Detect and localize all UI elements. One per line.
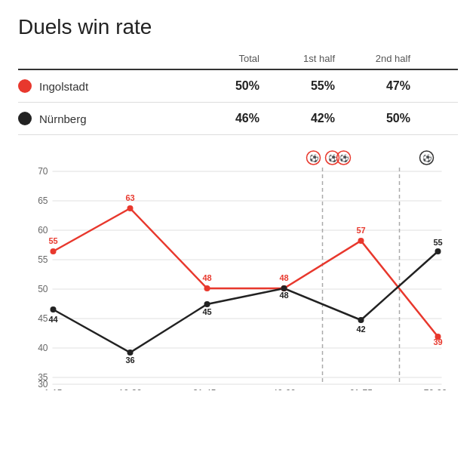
black-dot-6 (435, 248, 441, 254)
nurnberg-first: 42% (259, 112, 335, 125)
black-dot-5 (358, 317, 364, 323)
ingolstadt-second: 47% (335, 79, 410, 93)
svg-text:⚽: ⚽ (328, 153, 338, 163)
svg-text:48: 48 (279, 273, 288, 282)
svg-text:55: 55 (433, 238, 442, 247)
svg-text:70: 70 (38, 166, 48, 177)
svg-text:55: 55 (38, 254, 48, 265)
ingolstadt-total: 50% (184, 79, 259, 93)
svg-text:39: 39 (433, 337, 442, 346)
col-team (18, 53, 184, 64)
red-dot-5 (358, 238, 364, 244)
stats-table: Total 1st half 2nd half Ingolstadt 50% 5… (18, 53, 458, 135)
ingolstadt-first: 55% (259, 79, 335, 93)
col-first-half: 1st half (259, 53, 335, 64)
team-ingolstadt: Ingolstadt (18, 79, 184, 93)
nurnberg-dot (18, 112, 32, 125)
svg-text:48: 48 (202, 273, 211, 282)
svg-text:76-90+: 76-90+ (424, 388, 453, 390)
svg-text:61-75: 61-75 (349, 388, 373, 390)
col-second-half: 2nd half (335, 53, 410, 64)
nurnberg-second: 50% (335, 112, 410, 125)
svg-text:60: 60 (38, 225, 48, 236)
svg-text:1-15: 1-15 (44, 388, 62, 390)
black-dot-1 (51, 306, 57, 313)
svg-text:16-30: 16-30 (118, 388, 142, 390)
red-line (54, 208, 438, 337)
ingolstadt-name: Ingolstadt (39, 80, 88, 93)
ingolstadt-dot (18, 79, 32, 93)
nurnberg-name: Nürnberg (39, 112, 87, 125)
svg-text:45: 45 (38, 313, 48, 324)
line-chart: 70 65 60 55 50 45 40 35 30 1-15 16-30 31… (18, 149, 458, 393)
svg-text:57: 57 (356, 226, 365, 235)
black-line (54, 251, 438, 353)
svg-text:65: 65 (38, 196, 48, 206)
svg-text:31-45+: 31-45+ (193, 388, 222, 390)
red-dot-3 (204, 285, 210, 291)
nurnberg-total: 46% (184, 112, 259, 125)
col-total: Total (184, 53, 259, 64)
svg-text:45: 45 (202, 307, 211, 316)
svg-text:⚽: ⚽ (422, 153, 432, 163)
svg-text:55: 55 (48, 236, 57, 245)
svg-text:44: 44 (48, 315, 58, 324)
black-dot-3 (204, 301, 210, 307)
chart-svg: 70 65 60 55 50 45 40 35 30 1-15 16-30 31… (18, 149, 458, 390)
svg-text:42: 42 (356, 325, 365, 334)
team-nurnberg: Nürnberg (18, 112, 184, 125)
svg-text:48: 48 (279, 291, 288, 300)
svg-text:40: 40 (38, 343, 48, 353)
svg-text:63: 63 (125, 193, 134, 202)
svg-text:36: 36 (125, 356, 134, 365)
svg-text:⚽: ⚽ (309, 153, 319, 163)
black-dot-2 (127, 349, 134, 356)
table-row: Ingolstadt 50% 55% 47% (18, 70, 458, 103)
table-row: Nürnberg 46% 42% 50% (18, 103, 458, 135)
table-header: Total 1st half 2nd half (18, 53, 458, 70)
red-dot-2 (127, 205, 134, 211)
svg-text:46-60: 46-60 (272, 388, 296, 390)
svg-text:⚽: ⚽ (339, 153, 349, 163)
page-title: Duels win rate (18, 15, 458, 39)
svg-text:50: 50 (38, 284, 48, 294)
red-dot-1 (51, 248, 57, 254)
